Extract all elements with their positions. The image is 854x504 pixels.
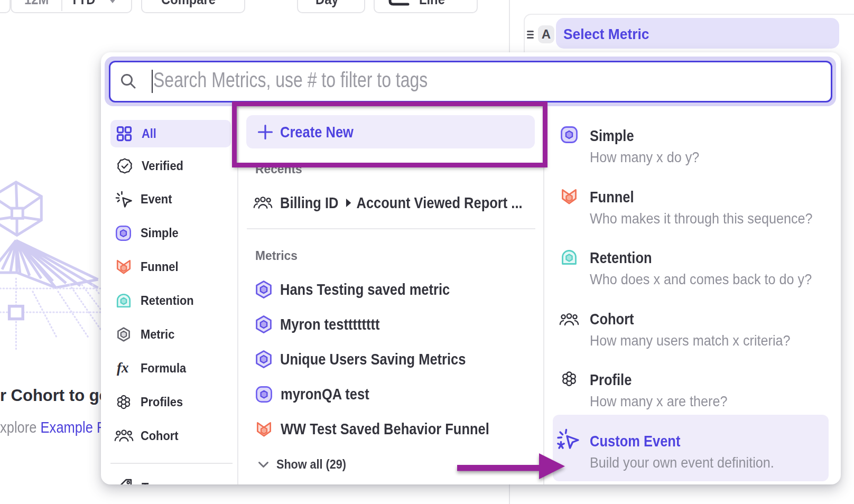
svg-text:fx: fx xyxy=(117,360,129,376)
